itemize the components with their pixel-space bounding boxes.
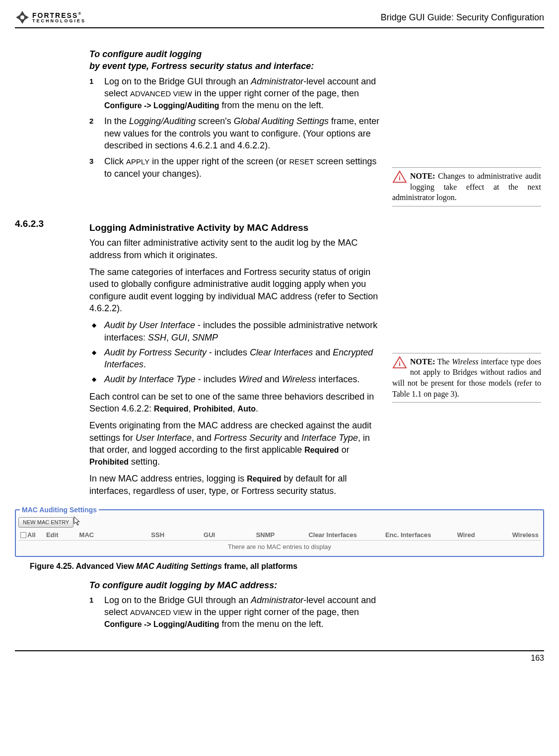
breadcrumb: Bridge GUI Guide: Security Configuration: [381, 11, 544, 23]
logo-text: FORTRESS® TECHNOLOGIES: [32, 12, 86, 23]
list-item: ◆Audit by Interface Type - includes Wire…: [89, 373, 382, 385]
figure-caption: Figure 4.25. Advanced View MAC Auditing …: [30, 561, 544, 572]
col-mac: MAC: [77, 531, 149, 540]
col-gui: GUI: [202, 531, 254, 540]
page-header: FORTRESS® TECHNOLOGIES Bridge GUI Guide:…: [15, 10, 544, 28]
info-icon: i: [392, 171, 407, 183]
col-ssh: SSH: [149, 531, 202, 540]
procedure-title-2: To configure audit logging by MAC addres…: [89, 579, 382, 591]
table-header: All Edit MAC SSH GUI SNMP Clear Interfac…: [18, 531, 541, 541]
col-wireless: Wireless: [498, 531, 541, 540]
svg-text:i: i: [399, 174, 401, 182]
select-all-checkbox[interactable]: All: [18, 531, 44, 540]
col-snmp: SNMP: [254, 531, 307, 540]
procedure-2-steps: 1Log on to the Bridge GUI through an Adm…: [89, 594, 382, 630]
section-title: Logging Administrative Activity by MAC A…: [89, 221, 382, 234]
cursor-icon: [73, 516, 81, 526]
page-number: 163: [15, 650, 544, 664]
procedure-title-1: To configure audit logging by event type…: [89, 48, 382, 72]
bullet-list: ◆Audit by User Interface - includes the …: [89, 319, 382, 385]
col-enc-interfaces: Enc. Interfaces: [383, 531, 455, 540]
col-clear-interfaces: Clear Interfaces: [306, 531, 383, 540]
list-item: 2In the Logging/Auditing screen's Global…: [89, 115, 382, 151]
body-text: In new MAC address entries, logging is R…: [89, 473, 382, 497]
frame-legend: MAC Auditing Settings: [20, 505, 99, 515]
body-text: The same categories of interfaces and Fo…: [89, 266, 382, 314]
info-icon: i: [392, 356, 407, 368]
list-item: 3Click APPLY in the upper right of the s…: [89, 155, 382, 180]
list-item: ◆Audit by Fortress Security - includes C…: [89, 346, 382, 371]
col-wired: Wired: [455, 531, 498, 540]
body-text: Each control can be set to one of the sa…: [89, 391, 382, 415]
body-text: You can filter administrative activity s…: [89, 237, 382, 261]
col-edit: Edit: [44, 531, 77, 540]
section-number: 4.6.2.3: [15, 216, 79, 230]
note-2: i NOTE: The Wireless interface type does…: [392, 353, 541, 403]
list-item: 1Log on to the Bridge GUI through an Adm…: [89, 75, 382, 112]
body-text: Events originating from the MAC address …: [89, 419, 382, 468]
svg-text:i: i: [399, 360, 401, 367]
fortress-logo-icon: [15, 10, 30, 25]
logo-sub: TECHNOLOGIES: [32, 19, 86, 23]
svg-point-1: [20, 15, 24, 19]
logo: FORTRESS® TECHNOLOGIES: [15, 10, 86, 25]
empty-state-text: There are no MAC entries to display: [18, 541, 541, 553]
note-1: i NOTE: Changes to administrative audit …: [392, 167, 541, 206]
new-mac-entry-button[interactable]: NEW MAC ENTRY: [18, 517, 73, 528]
procedure-1-steps: 1Log on to the Bridge GUI through an Adm…: [89, 75, 382, 180]
list-item: 1Log on to the Bridge GUI through an Adm…: [89, 594, 382, 630]
mac-auditing-settings-frame: MAC Auditing Settings NEW MAC ENTRY All …: [15, 509, 544, 557]
list-item: ◆Audit by User Interface - includes the …: [89, 319, 382, 344]
